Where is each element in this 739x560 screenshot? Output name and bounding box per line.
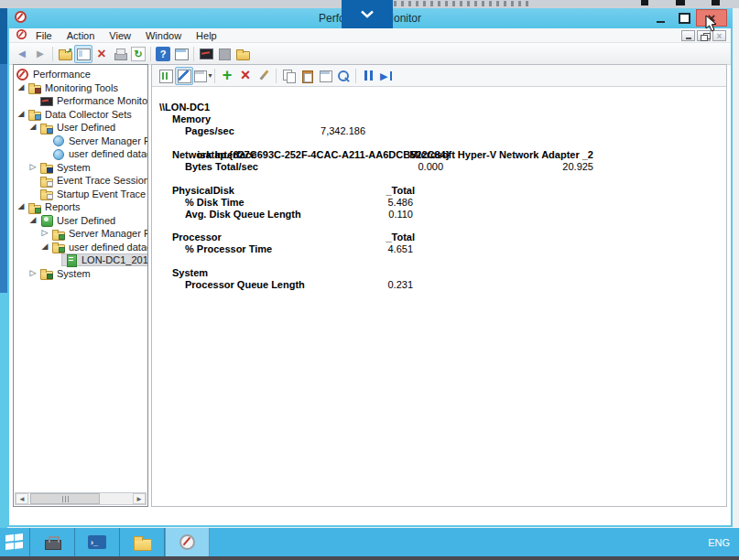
tree-item-hit-area[interactable]: System — [38, 267, 92, 280]
tree-item-label: Server Manager Per — [69, 228, 147, 239]
export-button[interactable]: ↗ — [56, 45, 74, 63]
tree-item-label: System — [57, 268, 91, 279]
language-indicator[interactable]: ENG — [708, 528, 739, 556]
update-data-button[interactable] — [377, 67, 396, 85]
tree-item-hit-area[interactable]: Performance — [14, 68, 92, 81]
taskbar-server-manager[interactable] — [30, 528, 75, 556]
system-monitor-icon — [199, 47, 213, 61]
menu-file[interactable]: File — [28, 30, 60, 41]
highlight-button[interactable] — [255, 67, 273, 85]
paste-counter-list-button[interactable] — [298, 67, 316, 85]
refresh-button[interactable] — [129, 45, 147, 63]
tree-item-hit-area[interactable]: System — [38, 161, 92, 174]
view-report-icon — [158, 69, 173, 83]
tree-item-server-manager-per: ▷Server Manager Per — [14, 227, 147, 240]
forward-button[interactable] — [31, 45, 49, 63]
menu-window[interactable]: Window — [138, 30, 189, 41]
tree-item-hit-area[interactable]: User Defined — [38, 121, 117, 134]
collapse-arrow-icon[interactable]: ◢ — [16, 82, 26, 92]
view-report-button[interactable] — [157, 67, 175, 85]
tree-item-hit-area[interactable]: Monitoring Tools — [26, 81, 120, 94]
copy-properties-button[interactable] — [279, 67, 298, 85]
fold-sysg-icon — [39, 267, 53, 279]
system-monitor-button[interactable] — [197, 45, 215, 63]
taskbar-performance-monitor[interactable] — [165, 528, 210, 556]
expand-arrow-icon[interactable]: ▷ — [28, 162, 38, 171]
start-button[interactable] — [0, 528, 30, 556]
expand-arrow-icon[interactable]: ▷ — [40, 228, 49, 237]
tree-item-hit-area[interactable]: Startup Event Trace Ses — [38, 188, 147, 200]
add-counter-button[interactable] — [218, 67, 236, 85]
tree-item-hit-area[interactable]: LON-DC1_20170 — [61, 253, 147, 266]
user-green-icon — [39, 214, 53, 226]
taskbar-file-explorer[interactable] — [120, 528, 165, 556]
tree-item-label: Monitoring Tools — [45, 82, 118, 93]
collapse-arrow-icon[interactable]: ◢ — [40, 242, 49, 251]
help-button[interactable] — [154, 45, 172, 63]
tree-item-label: user defined dataco — [69, 242, 147, 253]
report-label: % Processor Time — [185, 243, 272, 254]
zoom-button[interactable] — [334, 67, 353, 85]
change-graph-type-button[interactable]: ▾ — [193, 67, 212, 85]
menu-view[interactable]: View — [102, 30, 138, 41]
tree-item-hit-area[interactable]: Reports — [26, 200, 82, 213]
menu-action[interactable]: Action — [60, 30, 103, 41]
report-line: PhysicalDisk_Total — [152, 185, 726, 197]
menu-help[interactable]: Help — [189, 30, 224, 41]
freeze-display-button[interactable] — [359, 67, 377, 85]
toolbar-separator — [52, 47, 53, 61]
taskbar-powershell[interactable]: ›_ — [75, 528, 120, 556]
collapse-arrow-icon[interactable]: ◢ — [28, 122, 38, 131]
tree-item-hit-area[interactable]: User Defined — [38, 214, 117, 227]
folder-button[interactable] — [234, 45, 252, 63]
report-line: Avg. Disk Queue Length0.110 — [152, 209, 726, 221]
delete-icon — [94, 47, 109, 61]
new-window-button[interactable] — [172, 45, 190, 63]
expand-arrow-icon[interactable]: ▷ — [28, 268, 38, 277]
tree-item-hit-area[interactable]: Server Manager Per — [49, 227, 147, 240]
maximize-button[interactable] — [672, 9, 696, 27]
tree-item-hit-area[interactable]: Server Manager Per — [49, 135, 147, 147]
performance-monitor-window: Performance Monitor × FileActionViewWind… — [7, 8, 733, 527]
print-icon — [113, 47, 127, 61]
chevron-dropdown-button[interactable] — [342, 0, 393, 28]
toolbar-separator — [150, 47, 151, 61]
back-button[interactable] — [13, 45, 31, 63]
collapse-arrow-icon[interactable]: ◢ — [28, 215, 38, 224]
tree-item-user-defined-dataco: ◢user defined dataco — [14, 241, 147, 253]
tree-item-hit-area[interactable]: Event Trace Sessions — [38, 174, 147, 187]
report-line: Processor Queue Length0.231 — [152, 279, 726, 291]
export-icon: ↗ — [58, 47, 72, 61]
report-line: Bytes Total/sec0.00020.925 — [152, 161, 726, 173]
report-line: Pages/sec7,342.186 — [152, 125, 726, 137]
collapse-arrow-icon[interactable]: ◢ — [16, 201, 26, 210]
tree-item-hit-area[interactable]: Performance Monitor — [38, 94, 147, 107]
tree-item-hit-area[interactable]: Data Collector Sets — [26, 108, 134, 121]
report-label: Processor — [172, 232, 222, 242]
minimize-button[interactable] — [648, 9, 672, 27]
screen-bottom-strip — [0, 556, 739, 560]
print-button[interactable] — [111, 45, 129, 63]
mdi-minimize-button[interactable] — [681, 30, 695, 41]
tree-item-hit-area[interactable]: user defined dataco — [49, 241, 147, 253]
show-console-tree-button[interactable] — [74, 45, 92, 63]
tree-item-monitoring-tools: ◢Monitoring Tools — [14, 81, 147, 94]
delete-counter-button[interactable] — [236, 67, 255, 85]
scroll-left-button[interactable]: ◄ — [16, 493, 28, 504]
collapse-arrow-icon[interactable]: ◢ — [16, 109, 26, 118]
toolbar-separator — [276, 69, 277, 83]
scroll-right-button[interactable]: ► — [133, 493, 146, 504]
panel-button[interactable] — [215, 45, 234, 63]
file-explorer-icon — [133, 535, 151, 550]
back-icon — [15, 47, 29, 61]
fold-sys-icon — [39, 161, 53, 173]
delete-button[interactable] — [92, 45, 111, 63]
properties-button[interactable] — [316, 67, 334, 85]
report-label: Bytes Total/sec — [185, 161, 258, 172]
tree-horizontal-scrollbar[interactable]: ◄ ► — [15, 492, 147, 505]
main-toolbar: ↗ — [9, 43, 731, 65]
report-label: \\LON-DC1 — [159, 102, 210, 113]
tree-item-hit-area[interactable]: user defined dataco — [49, 147, 147, 160]
scrollbar-thumb[interactable] — [30, 493, 100, 504]
view-graph-button[interactable] — [175, 67, 193, 85]
